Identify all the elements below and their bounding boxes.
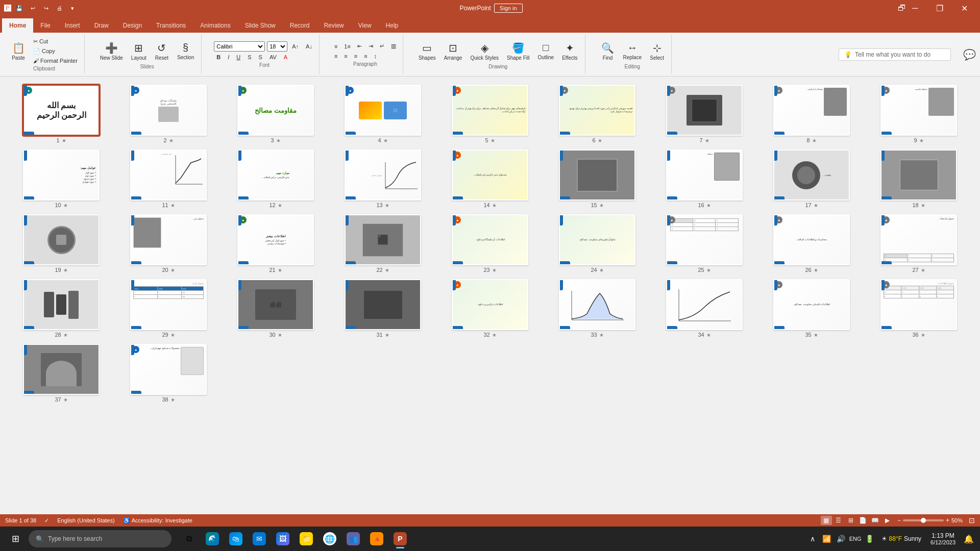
arrange-button[interactable]: ⊡Arrange [441, 40, 465, 63]
shape-effects-button[interactable]: ✦Effects [559, 40, 580, 63]
copy-button[interactable]: 📄 Copy [31, 47, 80, 56]
comments-button[interactable]: 💬 [963, 48, 976, 61]
slide-item-18[interactable]: 18 ★ [868, 149, 970, 208]
clock[interactable]: 1:13 PM 6/12/2023 [926, 532, 960, 545]
slide-item-33[interactable]: طول 33 ★ [546, 279, 648, 338]
view-slide-sorter-button[interactable]: ⊞ [845, 516, 856, 525]
tab-file[interactable]: File [33, 18, 57, 33]
decrease-indent-button[interactable]: ⇤ [355, 42, 364, 51]
find-button[interactable]: 🔍Find [598, 40, 618, 63]
slide-item-31[interactable]: 31 ★ [332, 279, 434, 338]
slide-item-1[interactable]: ● بسم اللهالرحمن الرحيم 1 ★ [10, 85, 112, 143]
shadow-button[interactable]: S [256, 53, 265, 61]
view-outline-button[interactable]: ☰ [833, 516, 844, 525]
redo-button[interactable]: ↪ [40, 2, 52, 14]
edge-button[interactable]: 🌊 [201, 528, 224, 550]
slide-item-23[interactable]: ● اطلاعات آزمایشگاه و نتایج... 23 ★ [439, 214, 541, 273]
paste-button[interactable]: 📋Paste [8, 40, 29, 63]
rtl-button[interactable]: ↵ [377, 42, 387, 51]
numbering-button[interactable]: 1≡ [341, 42, 353, 51]
tray-chevron[interactable]: ∧ [806, 532, 819, 545]
tab-design[interactable]: Design [116, 18, 149, 33]
notifications-button[interactable]: 🔔 [962, 532, 976, 546]
reset-button[interactable]: ↺Reset [152, 40, 172, 63]
bold-button[interactable]: B [214, 53, 223, 61]
section-button[interactable]: §Section [174, 40, 197, 62]
select-button[interactable]: ⊹Select [647, 40, 667, 63]
tab-draw[interactable]: Draw [87, 18, 116, 33]
store-button[interactable]: 🛍 [225, 528, 247, 550]
slide-item-32[interactable]: ● اطلاعات ترکیبی و نتایج... 32 ★ [439, 279, 541, 338]
powerpoint-button[interactable]: P [389, 528, 411, 550]
zoom-out-button[interactable]: − [897, 517, 901, 524]
slide-item-34[interactable]: 34 ★ [653, 279, 755, 338]
justify-button[interactable]: ≡ [361, 52, 370, 60]
slide-item-36[interactable]: ● جدول اطلاعات: Col1Col2Col3Col4 abcd ef… [868, 279, 970, 338]
search-box[interactable]: 🔍 Type here to search [29, 530, 172, 547]
battery-icon[interactable]: 🔋 [863, 532, 876, 545]
teams-button[interactable]: 👥 [342, 528, 364, 550]
char-spacing-button[interactable]: AV [267, 53, 279, 61]
slide-item-7[interactable]: ● 7 ★ [653, 85, 755, 143]
zoom-slider[interactable] [903, 519, 944, 521]
slide-item-29[interactable]: جدول داده: ردیفمقدارنتیجه ۱۱۰OK ۲۲۰OK 29… [117, 279, 219, 338]
weather-widget[interactable]: ☀ 88°F Sunny [878, 535, 925, 542]
underline-button[interactable]: U [234, 53, 243, 61]
tab-view[interactable]: View [351, 18, 379, 33]
replace-button[interactable]: ↔Replace [620, 40, 645, 62]
slide-item-35[interactable]: ● اطلاعات تکمیلی مقاومت مصالح... 35 ★ [761, 279, 863, 338]
slide-item-13[interactable]: نمودار منحنی عمق نفوذ [332, 149, 434, 208]
layout-button[interactable]: ⊞Layout [128, 40, 150, 63]
align-left-button[interactable]: ≡ [332, 52, 340, 60]
increase-font-button[interactable]: A↑ [289, 42, 301, 51]
zoom-level[interactable]: 50% [951, 517, 963, 523]
slide-item-3[interactable]: ● مقاومت مصالح 3 ★ [225, 85, 327, 143]
start-button[interactable]: ⊞ [4, 528, 27, 550]
slide-item-22[interactable]: ⬛ 22 ★ [332, 214, 434, 273]
slide-item-2[interactable]: ● دانشگاه مصالح(المجلس هرم) 2 ★ [117, 85, 219, 143]
format-painter-button[interactable]: 🖌 Format Painter [31, 57, 80, 65]
font-size-select[interactable]: 18 [267, 41, 287, 52]
slide-item-4[interactable]: ● ⬡ 4 ★ [332, 85, 434, 143]
quick-styles-button[interactable]: ◈Quick Styles [467, 40, 502, 63]
slide-item-15[interactable]: 15 ★ [546, 149, 648, 208]
increase-indent-button[interactable]: ⇥ [366, 42, 376, 51]
language[interactable]: English (United States) [57, 517, 115, 523]
tell-me-box[interactable]: 💡 Tell me what you want to do [839, 48, 951, 61]
tab-home[interactable]: Home [2, 18, 33, 33]
font-color-button[interactable]: A [281, 53, 290, 61]
zoom-in-button[interactable]: + [946, 517, 949, 524]
network-icon[interactable]: 📶 [820, 532, 834, 545]
strikethrough-button[interactable]: S [245, 53, 254, 61]
print-button[interactable]: 🖨 [53, 2, 65, 14]
slide-item-14[interactable]: ● محتوای متن فارسی این اسلاید... 14 ★ [439, 149, 541, 208]
slide-item-6[interactable]: ● قضیه موریس ایتکینز را در مورد انحنا بر… [546, 85, 648, 143]
vlc-button[interactable]: 🔺 [365, 528, 388, 550]
shape-fill-button[interactable]: 🪣Shape Fill [504, 40, 532, 63]
font-family-select[interactable]: Calibri [214, 41, 265, 52]
align-right-button[interactable]: ≡ [352, 52, 360, 60]
save-button[interactable]: 💾 [13, 2, 26, 14]
line-spacing-button[interactable]: ↕ [372, 52, 380, 60]
slide-item-16[interactable]: محتوا... 16 ★ [653, 149, 755, 208]
cut-button[interactable]: ✂ Cut [31, 37, 80, 46]
view-slideshow-button[interactable]: ▶ [882, 516, 893, 525]
mail-button[interactable]: ✉ [248, 528, 271, 550]
fit-slide-button[interactable]: ⊡ [969, 516, 975, 524]
tab-review[interactable]: Review [316, 18, 351, 33]
slide-item-11[interactable]: متن توضیحی... 11 [117, 149, 219, 208]
tab-record[interactable]: Record [283, 18, 317, 33]
accessibility-status[interactable]: ♿ Accessibility: Investigate [123, 517, 192, 524]
tab-insert[interactable]: Insert [58, 18, 87, 33]
slide-item-21[interactable]: ● اطلاعات بیشتر • مورد اول این بخش• توضی… [225, 214, 327, 273]
slide-item-20[interactable]: محتوای متن... 20 ★ [117, 214, 219, 273]
tab-help[interactable]: Help [379, 18, 406, 33]
shapes-button[interactable]: ▭Shapes [415, 40, 439, 63]
view-normal-button[interactable]: ▦ [821, 516, 832, 525]
slide-item-8[interactable]: ● نمونه‌ای از آزمایش... 8 ★ [761, 85, 863, 143]
slide-item-24[interactable]: نتایج آزمایش‌های مقاومت مصالح... 24 ★ [546, 214, 648, 273]
keyboard-layout-icon[interactable]: ENG [849, 532, 862, 545]
slide-item-12[interactable]: موارد مهم متن فارسی در این اسلاید... 12 … [225, 149, 327, 208]
close-button[interactable]: ✕ [952, 0, 976, 16]
italic-button[interactable]: I [225, 53, 232, 61]
